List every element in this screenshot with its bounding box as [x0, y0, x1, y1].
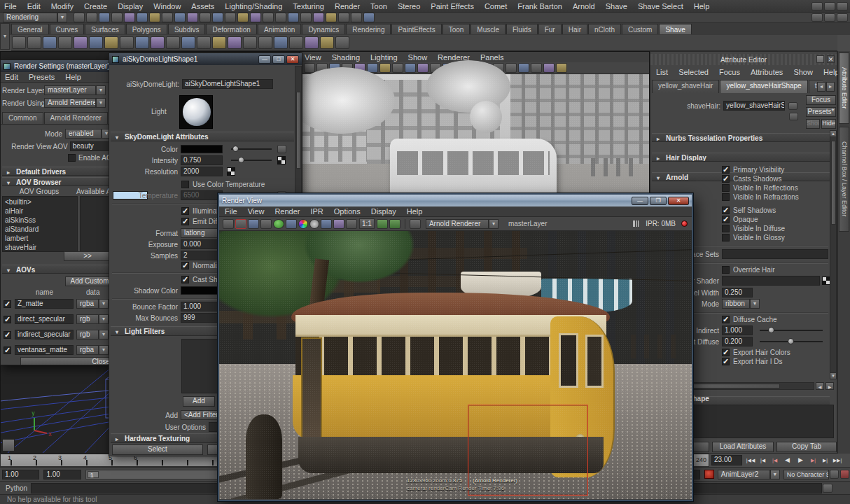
- shave-export-icon[interactable]: [335, 36, 349, 49]
- tab-fur[interactable]: Fur: [538, 24, 562, 34]
- visible-in-refractions-checkbox[interactable]: [722, 193, 730, 201]
- render-view-titlebar[interactable]: Render View — ❐ ✕: [219, 195, 692, 206]
- tab-shave[interactable]: Shave: [659, 24, 691, 34]
- cast-shadows-checkbox[interactable]: [181, 276, 189, 284]
- shave-convert-icon[interactable]: [135, 36, 149, 49]
- aov-groups-list[interactable]: <builtin>aiHairaiSkinSssaiStandardlamber…: [2, 196, 78, 252]
- share-icon[interactable]: [556, 63, 567, 73]
- tool-settings-toggle-icon[interactable]: [824, 13, 835, 22]
- self-shadows-checkbox[interactable]: [722, 206, 730, 214]
- list-menu[interactable]: List: [656, 68, 668, 76]
- aov-data-arrow-icon[interactable]: ▾: [99, 345, 109, 355]
- aov-name-field[interactable]: Z_matte: [15, 299, 74, 309]
- exposure-icon[interactable]: [321, 219, 332, 229]
- range-handle[interactable]: 1: [88, 471, 99, 478]
- section-aov-browser[interactable]: AOV Browser: [2, 177, 111, 186]
- resolution-map-icon[interactable]: [227, 167, 235, 176]
- open-scene-icon[interactable]: [86, 13, 97, 22]
- export-hair-colors-checkbox[interactable]: [722, 349, 730, 356]
- sidebar-tab-channel-box[interactable]: Channel Box / Layer Editor: [839, 127, 849, 232]
- load-attributes-button[interactable]: Load Attributes: [712, 442, 774, 452]
- visible-in-reflections-checkbox[interactable]: [722, 184, 730, 192]
- lighting-menu[interactable]: Lighting: [370, 53, 398, 62]
- step-forward-frame-button[interactable]: ▶|: [819, 455, 831, 466]
- vscroll-down-icon[interactable]: ▼: [830, 372, 837, 379]
- attributes-menu[interactable]: Attributes: [751, 68, 783, 76]
- focus-menu[interactable]: Focus: [719, 68, 740, 76]
- tab-toon[interactable]: Toon: [443, 24, 471, 34]
- show-button[interactable]: Show: [806, 119, 820, 129]
- input-connections-icon[interactable]: [237, 13, 249, 22]
- go-to-start-button[interactable]: |◀◀: [744, 455, 757, 466]
- shave-instance-icon[interactable]: [166, 36, 180, 49]
- render-settings-icon[interactable]: [313, 13, 324, 22]
- tab-surfaces[interactable]: Surfaces: [85, 24, 125, 34]
- indirect-field[interactable]: 1.000: [722, 326, 753, 335]
- pixel-width-field[interactable]: 0.250: [722, 288, 753, 298]
- renderer-arrow-icon[interactable]: ▾: [489, 219, 499, 229]
- tab-animation[interactable]: Animation: [258, 24, 301, 34]
- override-hair-checkbox[interactable]: [722, 266, 730, 274]
- shave-hair-icon[interactable]: [197, 36, 211, 49]
- file-menu[interactable]: File: [225, 207, 237, 216]
- animation-start-field[interactable]: 1.00: [2, 470, 39, 479]
- gamma-toggle-icon[interactable]: [389, 219, 400, 229]
- render-using-dropdown[interactable]: Arnold Renderer: [44, 98, 96, 108]
- section-aovs[interactable]: AOVs: [2, 265, 113, 274]
- display-menu[interactable]: Display: [118, 2, 143, 10]
- indirect-slider[interactable]: [760, 330, 823, 331]
- shave-paint-icon[interactable]: [274, 36, 288, 49]
- command-language-label[interactable]: Python: [0, 484, 31, 492]
- aov-name-field[interactable]: ventanas_matte: [15, 345, 74, 355]
- display-menu[interactable]: Display: [371, 207, 396, 216]
- render-menu[interactable]: Render: [335, 2, 360, 10]
- open-render-view-icon[interactable]: [275, 13, 286, 22]
- toon-menu[interactable]: Toon: [370, 2, 387, 10]
- refresh-render-icon[interactable]: [273, 219, 284, 229]
- attribute-editor-header[interactable]: Attribute Editor ✕: [650, 54, 837, 65]
- xray-icon[interactable]: [518, 63, 529, 73]
- hscroll-left-icon[interactable]: ◀: [816, 382, 824, 390]
- visible-in-diffuse-checkbox[interactable]: [722, 225, 730, 232]
- aov-data-dropdown[interactable]: rgb: [76, 314, 99, 324]
- shave-menu[interactable]: Shave: [606, 2, 627, 10]
- attribute-editor-toggle-icon[interactable]: [811, 13, 823, 22]
- exposure-field[interactable]: 0.000: [181, 239, 223, 249]
- tab-arnold-renderer[interactable]: Arnold Renderer: [44, 112, 108, 124]
- aov-data-dropdown[interactable]: rgb: [76, 330, 99, 340]
- persp-outliner-layout-icon[interactable]: [837, 2, 848, 10]
- aov-enabled-checkbox[interactable]: [4, 346, 11, 354]
- step-back-key-button[interactable]: |◀: [769, 455, 781, 466]
- section-skydome-attributes[interactable]: SkyDomeLight Attributes: [111, 132, 294, 141]
- ipr-render-icon[interactable]: [260, 219, 272, 229]
- aov-mode-dropdown[interactable]: enabled: [65, 129, 102, 139]
- aov-enabled-checkbox[interactable]: [4, 300, 11, 308]
- snap-tool-icon[interactable]: [2, 439, 15, 451]
- undo-icon[interactable]: [111, 13, 123, 22]
- available-aovs-list[interactable]: [80, 196, 111, 252]
- hscroll-right-icon[interactable]: ▶: [825, 382, 834, 390]
- panels-menu[interactable]: Panels: [480, 53, 504, 62]
- select-hierarchy-icon[interactable]: [137, 13, 148, 22]
- show-menu[interactable]: Show: [793, 68, 813, 76]
- pause-ipr-icon[interactable]: [633, 220, 639, 227]
- add-light-filter-button[interactable]: Add: [183, 396, 215, 407]
- list-item[interactable]: lambert: [5, 234, 75, 243]
- tab-polygons[interactable]: Polygons: [126, 24, 167, 34]
- shave-select-icon[interactable]: [289, 36, 303, 49]
- aov-data-dropdown[interactable]: rgba: [76, 299, 99, 309]
- tab-common[interactable]: Common: [2, 112, 43, 124]
- tab-yellow-shavehair[interactable]: yellow_shaveHair: [652, 80, 719, 93]
- hair-mode-arrow-icon[interactable]: ▾: [750, 299, 760, 309]
- primary-visibility-checkbox[interactable]: [722, 166, 730, 174]
- shadow-color-swatch[interactable]: [181, 286, 223, 295]
- minimize-icon[interactable]: —: [258, 55, 271, 64]
- presets-menu[interactable]: Presets: [29, 73, 55, 81]
- section-nurbs-tesselation[interactable]: Nurbs Tesselation Properties: [652, 133, 830, 142]
- anim-layer-dropdown[interactable]: AnimLayer2: [718, 470, 770, 479]
- snapshot-camera-icon[interactable]: [410, 219, 421, 229]
- render-view-aov-field[interactable]: beauty: [70, 141, 111, 151]
- shave-bake-icon[interactable]: [258, 36, 272, 49]
- exposure-toggle-icon[interactable]: [377, 219, 388, 229]
- menu-set-arrow-icon[interactable]: ▾: [57, 13, 67, 22]
